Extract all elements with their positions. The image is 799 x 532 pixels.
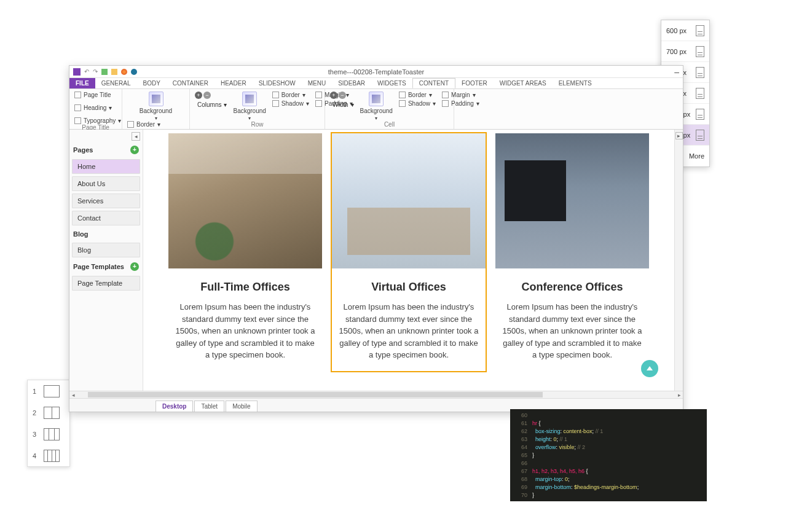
ribbon-tabs: FILE GENERAL BODY CONTAINER HEADER SLIDE… [69,78,683,89]
undo-icon[interactable]: ↶ [84,68,89,75]
page-item-template[interactable]: Page Template [72,276,140,291]
group-main: Background▾ Border ▾ Margin ▾ Padding ▾ … [122,89,190,129]
width-700[interactable]: 700 px [661,41,709,62]
tab-widgets[interactable]: WIDGETS [371,78,412,88]
page-item-blog[interactable]: Blog [72,243,140,257]
scroll-right-icon[interactable]: ▸ [675,391,683,398]
card-desc: Lorem Ipsum has been the industry's stan… [168,301,322,371]
add-page-button[interactable]: + [130,146,139,154]
tab-file[interactable]: FILE [69,78,95,88]
cell-width[interactable]: Width ▾ [330,101,354,108]
preview-icon[interactable] [111,69,117,75]
scroll-to-top-button[interactable] [641,360,658,377]
wordpress-icon[interactable] [131,69,137,75]
collapse-panel-icon[interactable]: ◂ [132,132,140,141]
card-virtual[interactable]: Virtual Offices Lorem Ipsum has been the… [332,133,486,371]
tt-logo-icon [73,68,81,76]
main-border[interactable]: Border ▾ [127,121,184,128]
redo-icon[interactable]: ↷ [93,68,98,75]
card-title: Conference Offices [495,281,649,294]
shadow-icon [272,100,279,107]
card-fulltime[interactable]: Full-Time Offices Lorem Ipsum has been t… [168,133,322,371]
firefox-icon[interactable] [121,69,127,75]
margin-icon [442,92,449,98]
row-border[interactable]: Border ▾ [272,92,309,98]
add-template-button[interactable]: + [130,262,139,271]
tab-container[interactable]: CONTAINER [167,78,215,88]
design-canvas[interactable]: Full-Time Offices Lorem Ipsum has been t… [143,130,674,391]
page-item-home[interactable]: Home [72,159,140,174]
page-item-contact[interactable]: Contact [72,211,140,225]
tab-general[interactable]: GENERAL [95,78,137,88]
main-background-button[interactable]: Background▾ [127,92,184,121]
group-label: Cell [330,121,449,128]
border-icon [127,121,134,128]
opt-page-title[interactable]: Page Title [74,92,111,98]
card-conference[interactable]: Conference Offices Lorem Ipsum has been … [495,133,649,371]
card-image [495,133,649,268]
tab-slideshow[interactable]: SLIDESHOW [253,78,302,88]
background-icon [369,92,384,106]
page-templates-header: Page Templates+ [72,260,140,273]
cell-plus-minus: +− [330,92,346,99]
expand-panel-icon[interactable]: ▸ [675,132,683,139]
cell-border[interactable]: Border ▾ [399,92,436,98]
window-title: theme---00208-TemplateToaster [328,68,425,76]
page-width-icon [696,25,704,36]
group-page-title: Page Title Heading ▾ Typography ▾ Page T… [69,89,122,129]
cell-background-button[interactable]: Background▾ [360,92,393,121]
padding-icon [315,100,322,107]
tab-elements[interactable]: ELEMENTS [553,78,598,88]
row-plus-minus: +− [195,92,211,99]
tab-body[interactable]: BODY [136,78,166,88]
opt-typography[interactable]: Typography ▾ [74,117,121,124]
quick-access-toolbar: ↶ ↷ theme---00208-TemplateToaster – [69,66,683,78]
card-desc: Lorem Ipsum has been the industry's stan… [495,301,649,371]
card-desc: Lorem Ipsum has been the industry's stan… [332,301,486,371]
scroll-thumb[interactable] [88,392,543,397]
blog-header: Blog [72,228,140,240]
cell-padding[interactable]: Padding ▾ [442,100,479,107]
width-600[interactable]: 600 px [661,20,709,41]
add-cell-icon[interactable]: + [330,92,337,99]
scroll-left-icon[interactable]: ◂ [69,391,77,398]
right-panel-strip: ▸ [674,130,683,391]
group-cell: +− Width ▾ Background▾ Border ▾ Shadow ▾… [325,89,454,129]
cell-shadow[interactable]: Shadow ▾ [399,100,436,107]
card-image [168,133,322,268]
card-row: Full-Time Offices Lorem Ipsum has been t… [149,133,668,371]
save-icon[interactable] [101,69,108,75]
device-desktop[interactable]: Desktop [155,401,193,412]
page-width-icon [696,88,704,99]
tab-header[interactable]: HEADER [215,78,253,88]
device-tablet[interactable]: Tablet [194,401,224,412]
page-item-about[interactable]: About Us [72,176,140,191]
card-title: Full-Time Offices [168,281,322,294]
remove-row-icon[interactable]: − [203,92,211,99]
pages-header: Pages+ [72,143,140,157]
column-layout-3[interactable]: 3 [28,423,69,445]
tab-sidebar[interactable]: SIDEBAR [332,78,371,88]
column-layout-2[interactable]: 2 [28,402,69,423]
add-row-icon[interactable]: + [195,92,202,99]
page-item-services[interactable]: Services [72,194,140,208]
opt-heading[interactable]: Heading ▾ [74,104,112,111]
minimize-ribbon-icon[interactable]: – [674,69,679,75]
tab-menu[interactable]: MENU [302,78,332,88]
remove-cell-icon[interactable]: − [339,92,346,99]
column-layout-1[interactable]: 1 [28,380,69,402]
cell-margin[interactable]: Margin ▾ [442,92,479,98]
column-layout-4[interactable]: 4 [28,445,69,466]
code-editor[interactable]: 60 61hr {62 box-sizing: content-box; // … [510,409,707,501]
tab-footer[interactable]: FOOTER [455,78,494,88]
row-columns[interactable]: Columns ▾ [195,101,227,108]
horizontal-scrollbar[interactable]: ◂ ▸ [69,391,683,398]
card-title: Virtual Offices [332,281,486,294]
tab-widget-areas[interactable]: WIDGET AREAS [494,78,553,88]
row-background-button[interactable]: Background▾ [233,92,266,121]
device-mobile[interactable]: Mobile [226,401,257,412]
tab-content[interactable]: CONTENT [412,78,455,88]
group-label: Row [195,121,320,128]
row-shadow[interactable]: Shadow ▾ [272,100,309,107]
app-window: ↶ ↷ theme---00208-TemplateToaster – FILE… [69,65,683,412]
